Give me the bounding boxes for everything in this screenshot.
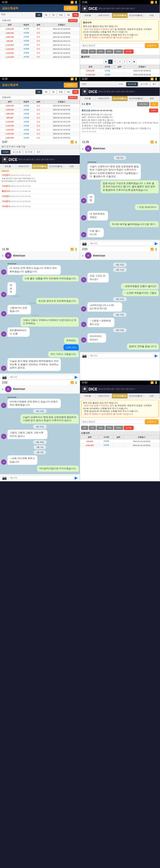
detail-btn-2[interactable]: 전체내역	[68, 96, 78, 99]
filter2-1d[interactable]: 1일	[36, 90, 42, 94]
status-icons-1: 📶 🔋	[70, 1, 78, 4]
apply-filter-btn-2[interactable]: 적용	[72, 90, 79, 94]
amt-5만[interactable]: 5만	[89, 50, 96, 54]
chat3-msg-2: 사날이 선생하셔서 현재 정정 상호료범에 협업하여 기관에 있지 않아서 취급…	[1, 414, 79, 424]
nav3-파트사이다[interactable]: 파트사이다	[16, 164, 32, 169]
table-row: 17,000,000사이트2022-02-09 02:03:49	[80, 73, 160, 77]
chat-input-3[interactable]	[88, 353, 154, 358]
filter-row-1: 매금 1일 3일 7일 한달 3달 적용	[0, 12, 80, 18]
filter-1d[interactable]: 1일	[36, 13, 42, 17]
chat-input-1[interactable]	[88, 241, 154, 246]
nav4-new[interactable]: 새로	[144, 393, 160, 399]
status-icons-3: 📶 🔋	[70, 78, 78, 81]
apply-button-2[interactable]: 신청하기	[64, 83, 78, 88]
amt-10만[interactable]: 10만	[96, 50, 105, 54]
send-icon-4[interactable]: ▶	[75, 476, 78, 480]
nav-new[interactable]: 새로	[144, 13, 160, 18]
nav3-코인파트물5성[interactable]: 코인파트물5성	[48, 164, 64, 169]
date-div-5: 4월 23일	[113, 313, 127, 317]
nav3-new[interactable]: 새로	[64, 164, 80, 169]
chat-input-4[interactable]	[8, 475, 74, 480]
amt4-50만[interactable]: 50만	[105, 426, 114, 430]
nav4-코인파트물3성[interactable]: 코인파트물3성	[112, 393, 128, 399]
amt-50만[interactable]: 50만	[105, 50, 114, 54]
chat2-msg-8: 무하배요.	[1, 338, 79, 344]
nav3-코인파트물3성[interactable]: 코인파트물3성	[32, 164, 48, 169]
nav3-파트물[interactable]: 파트물	[0, 164, 16, 169]
camera-icon-2[interactable]: 📷	[2, 375, 7, 379]
inquiry-write-btn[interactable]: 작성	[150, 102, 158, 106]
back-arrow-icon-4[interactable]: ‹	[2, 387, 3, 391]
filter-시네모[interactable]: 시네모	[116, 82, 125, 86]
filter2-7d[interactable]: 7일	[50, 90, 56, 94]
page-4[interactable]: 4	[123, 60, 127, 64]
nav2-파트사이다[interactable]: 파트사이다	[96, 96, 112, 101]
nav2-코인파트물5성[interactable]: 코인파트물5성	[128, 96, 144, 101]
chat-input-2[interactable]	[8, 375, 74, 379]
withdrawal-table-2: 금액 사이트 날짜 요청일시 8,000,000사이트2022-02-03 04…	[80, 65, 160, 77]
apply-filter-btn[interactable]: 적용	[72, 13, 79, 17]
filter3-로그인충[interactable]: 로그인 충	[11, 150, 23, 154]
send-icon-2[interactable]: ▶	[75, 375, 78, 379]
deposit-apply-btn-4[interactable]: 신청하기	[145, 419, 159, 424]
page-5[interactable]: 5	[127, 60, 132, 64]
camera-icon[interactable]: 📷	[82, 241, 87, 246]
nav-코인파트물3성[interactable]: 코인파트물3성	[112, 13, 128, 18]
nav4-파트물[interactable]: 파트물	[80, 393, 96, 399]
nav-코인파트물5성[interactable]: 코인파트물5성	[128, 13, 144, 18]
amt4-reset[interactable]: 초기화	[124, 426, 133, 430]
apply-button-1[interactable]: 신청하기	[64, 6, 78, 11]
deposit-apply-btn[interactable]: 신청하기	[145, 43, 159, 48]
amt4-1만[interactable]: 1만	[81, 426, 88, 430]
notice-title-1: 환전내역	[83, 21, 157, 24]
page-prev[interactable]: ◀	[104, 60, 108, 64]
back-arrow-icon[interactable]: ‹	[82, 147, 83, 151]
amt-100만[interactable]: 100만	[114, 50, 123, 54]
entry-detail-btn[interactable]: 자세히	[149, 108, 158, 113]
deposit-input[interactable]	[81, 43, 144, 48]
filter-복지[interactable]: 복지	[151, 82, 158, 86]
filter-로그인충[interactable]: 로그인 충	[126, 82, 138, 86]
filter3-시네모[interactable]: 시네모	[1, 150, 10, 154]
dice-header-1: 🎲 DICE 충전산정 환전신청 1:1문의 공지사항 파트너	[80, 4, 160, 13]
filter2-3m[interactable]: 3달	[65, 90, 72, 94]
filter2-3d[interactable]: 3일	[43, 90, 49, 94]
page-1[interactable]: 1	[108, 60, 113, 64]
camera-icon-3[interactable]: 📷	[82, 353, 87, 358]
send-icon-3[interactable]: ▶	[155, 353, 158, 358]
send-icon[interactable]: ▶	[155, 241, 158, 246]
filter-3m[interactable]: 3달	[65, 13, 72, 17]
inquiry-list-btn[interactable]: 전체/채재	[137, 102, 149, 106]
amt-1만[interactable]: 1만	[81, 50, 88, 54]
filter2-1m[interactable]: 한달	[57, 90, 65, 94]
nav2-코인파트물3성[interactable]: 코인파트물3성	[112, 96, 128, 101]
filter3-복지[interactable]: 복지	[35, 150, 42, 154]
back-arrow-icon-2[interactable]: ‹	[2, 253, 3, 258]
page-next[interactable]: ▶	[132, 60, 136, 64]
status-bar-4: 4:20 📶 🔋	[80, 77, 160, 81]
nav2-new[interactable]: 새로	[144, 96, 160, 101]
filter-로그아웃[interactable]: 로그아웃	[139, 82, 150, 86]
filter-1m[interactable]: 한달	[57, 13, 65, 17]
page-3[interactable]: 3	[118, 60, 122, 64]
nav-파트사이다[interactable]: 파트사이다	[96, 13, 112, 18]
detail-btn[interactable]: 전체내역	[68, 19, 78, 22]
nav4-코인파트물5성[interactable]: 코인파트물5성	[128, 393, 144, 399]
camera-icon-4[interactable]: 📷	[2, 476, 7, 480]
filter-7d[interactable]: 7일	[50, 13, 56, 17]
amt4-5만[interactable]: 5만	[89, 426, 96, 430]
page-2[interactable]: 2	[113, 60, 117, 64]
nav2-파트물[interactable]: 파트물	[80, 96, 96, 101]
amt4-100만[interactable]: 100만	[114, 426, 123, 430]
chat2-msg-10: 게가 가리고 그랬습니다.	[1, 351, 79, 357]
amt4-10만[interactable]: 10만	[96, 426, 105, 430]
nav4-파트사이다[interactable]: 파트사이다	[96, 393, 112, 399]
table-row: 1,110,000사이트완료2022-02-10 10:02:51	[0, 51, 80, 55]
nav-파트물[interactable]: 파트물	[80, 13, 96, 18]
amt-reset[interactable]: 초기화	[124, 50, 133, 54]
filter3-로그아웃[interactable]: 로그아웃	[23, 150, 34, 154]
deposit-input-4[interactable]	[81, 420, 144, 424]
back-arrow-icon-3[interactable]: ‹	[82, 253, 83, 258]
filter-3d[interactable]: 3일	[43, 13, 49, 17]
log-id-4: 가리문이	[2, 195, 10, 197]
